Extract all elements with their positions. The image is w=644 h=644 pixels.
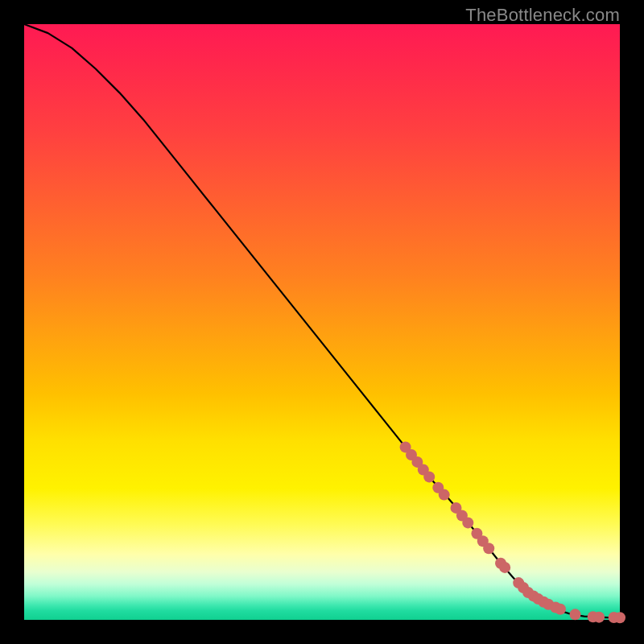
data-point: [570, 609, 581, 620]
data-point: [483, 543, 494, 554]
data-point: [499, 562, 510, 573]
watermark-text: TheBottleneck.com: [465, 5, 620, 26]
curve-line: [24, 24, 620, 617]
chart-svg: [24, 24, 620, 620]
data-point: [423, 471, 435, 482]
data-point: [593, 612, 605, 623]
chart-frame: TheBottleneck.com: [0, 0, 644, 644]
data-point: [439, 489, 450, 501]
data-point: [555, 604, 566, 615]
plot-area: [24, 24, 620, 620]
data-markers: [400, 441, 625, 623]
data-point: [614, 612, 625, 623]
data-point: [462, 517, 473, 528]
